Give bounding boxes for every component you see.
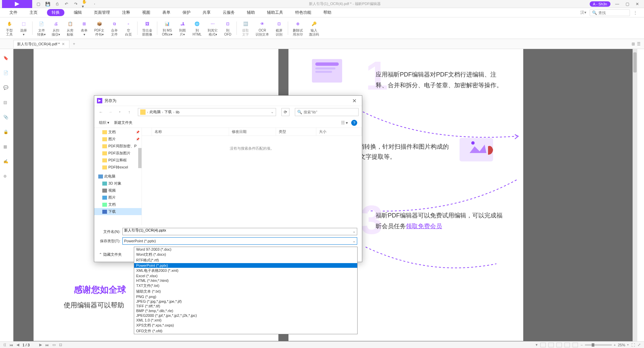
view-continuous-facing-button[interactable] — [565, 343, 570, 347]
security-icon[interactable]: 🔒 — [3, 130, 10, 136]
ribbon-form[interactable]: ⊞表单▾ — [77, 19, 91, 37]
search-box[interactable]: 🔍 — [590, 9, 630, 16]
view-mode-list-icon[interactable]: ☰ — [637, 42, 641, 46]
zoom-in-button[interactable]: + — [614, 343, 616, 347]
ribbon-to-office[interactable]: 📊到 MSOffice▾ — [159, 19, 175, 37]
view-options-button[interactable]: ☷ ▾ — [341, 120, 348, 125]
breadcrumb-dropdown-icon[interactable]: ⌄ — [271, 110, 274, 114]
refresh-button[interactable]: ⟳ — [281, 108, 289, 116]
print-icon[interactable]: ⎙ — [54, 1, 60, 7]
signatures-icon[interactable]: ✍ — [3, 159, 10, 166]
dd-option-bmp[interactable]: BMP (*.bmp,*.dib,*.rle) — [134, 308, 357, 313]
search-input[interactable] — [598, 11, 625, 15]
ribbon-blank[interactable]: ▫空白页 — [122, 19, 135, 37]
menu-protect[interactable]: 保护 — [180, 8, 193, 17]
new-folder-button[interactable]: 新建文件夹 — [114, 120, 132, 125]
col-type[interactable]: 类型 — [276, 128, 316, 136]
menu-help[interactable]: 帮助 — [321, 8, 334, 17]
dd-option-xml2003[interactable]: XML电子表格2003 (*.xml) — [134, 268, 357, 274]
ribbon-from-scanner[interactable]: 🖨从扫描仪▾ — [49, 19, 63, 37]
hand-quick-icon[interactable]: ✋▾ — [82, 1, 89, 7]
qat-customize[interactable]: ⋅ — [91, 1, 98, 7]
vertical-scrollbar[interactable] — [633, 49, 637, 341]
nav-recent-dropdown[interactable]: ▾ — [116, 109, 123, 115]
dd-option-html[interactable]: HTML (*.htm;*.html) — [134, 278, 357, 283]
menu-convert[interactable]: 转换 — [47, 9, 64, 16]
nav-back-button[interactable]: ← — [98, 109, 104, 115]
dd-option-xlsx[interactable]: Excel (*.xlsx) — [134, 274, 357, 278]
col-date[interactable]: 修改日期 — [229, 128, 276, 136]
filetype-dropdown[interactable]: PowerPoint (*.pptx) ⌄ — [122, 237, 357, 245]
zoom-slider[interactable] — [585, 344, 612, 346]
ribbon-select[interactable]: ⬚选择▾ — [17, 19, 30, 37]
ribbon-extract-text[interactable]: 🔤提取文字 — [239, 19, 252, 37]
view-facing-button[interactable] — [556, 343, 562, 347]
more-panels-icon[interactable]: ⊕ — [3, 174, 10, 181]
menu-tools[interactable]: 辅助工具 — [264, 8, 286, 17]
nav-open-panel-icon[interactable]: ⟨⟨ — [3, 343, 6, 347]
dd-option-ofd[interactable]: OFD文件 (*.ofd) — [134, 328, 357, 334]
tab-close-icon[interactable]: ✕ — [62, 42, 66, 46]
tree-item-3d[interactable]: 3D 对象 — [94, 180, 142, 187]
hide-folders-toggle[interactable]: ⌃ 隐藏文件夹 — [99, 252, 122, 257]
undo-icon[interactable]: ↶ — [63, 1, 70, 7]
view-single-page-button[interactable] — [540, 343, 546, 347]
bookmark-icon[interactable]: 🔖 — [3, 56, 10, 62]
dialog-search-input[interactable] — [304, 110, 356, 114]
tree-item-pdf-encrypt[interactable]: PDF局部加密、P — [94, 143, 142, 150]
save-icon[interactable]: 💾 — [44, 1, 51, 7]
filename-dropdown-icon[interactable]: ⌄ — [353, 229, 356, 234]
col-name[interactable]: 名称 — [152, 128, 229, 136]
col-checkbox[interactable] — [142, 128, 152, 136]
dd-option-xps[interactable]: XPS文档 (*.xps,*.oxps) — [134, 322, 357, 328]
tree-item-this-pc[interactable]: 此电脑 — [94, 173, 142, 180]
last-page-button[interactable]: ⏭ — [45, 343, 49, 347]
form-fields-icon[interactable]: ▦ — [3, 144, 10, 151]
free-member-link[interactable]: 领取免费会员 — [406, 223, 442, 230]
menu-cloud[interactable]: 云服务 — [220, 8, 237, 17]
close-button[interactable]: ✕ — [634, 1, 641, 7]
col-size[interactable]: 大小 — [316, 128, 362, 136]
color-dropdown-icon[interactable]: ▾ — [536, 343, 538, 347]
fullscreen-icon[interactable]: ⤢ — [638, 343, 641, 347]
reading-mode-icon[interactable]: ▭ — [52, 343, 56, 347]
menu-assist[interactable]: 辅助 — [244, 8, 258, 17]
nav-forward-button[interactable]: → — [107, 109, 114, 115]
document-tab[interactable]: 新人引导(1)_OCR(4).pdf * ✕ — [13, 40, 69, 48]
tree-item-pdf-addimg[interactable]: PDF添加图片 — [94, 150, 142, 157]
ribbon-ocr[interactable]: 👁OCR识别文本 — [253, 19, 272, 37]
dd-option-tiff[interactable]: TIFF (*.tiff,*.tif) — [134, 304, 357, 308]
tree-item-pdf-comment[interactable]: PDF注释框 — [94, 157, 142, 164]
ribbon-hand-tool[interactable]: ✋手型工具 — [3, 19, 16, 37]
maximize-button[interactable]: ▢ — [624, 1, 631, 7]
dd-option-accessible-txt[interactable]: 辅助文本 (*.txt) — [134, 289, 357, 294]
ribbon-to-html[interactable]: 🌐到HTML — [190, 19, 204, 37]
ribbon-to-ofd[interactable]: ⊡到OFD — [221, 19, 234, 37]
zoom-slider-thumb[interactable] — [592, 343, 594, 347]
breadcrumb-segment[interactable]: 下载 — [164, 109, 172, 114]
reflow-icon[interactable]: ⊡ — [59, 343, 62, 347]
dd-option-pptx[interactable]: PowerPoint (*.pptx) — [134, 263, 357, 268]
dd-option-jpeg[interactable]: JPEG (*.jpg,*.jpeg,*.jpe,*.jif) — [134, 299, 357, 304]
menu-edit[interactable]: 编辑 — [71, 8, 85, 17]
dialog-titlebar[interactable]: 另存为 ✕ — [94, 96, 362, 106]
breadcrumb-segment[interactable]: 此电脑 — [150, 109, 161, 114]
filetype-dropdown-list[interactable]: Word 97-2003 (*.doc) Word文档 (*.docx) RTF… — [134, 247, 358, 334]
folder-tree[interactable]: 文档📌 图片📌 PDF局部加密、P PDF添加图片 PDF注释框 PDF转exc… — [94, 128, 142, 225]
menu-page[interactable]: 页面管理 — [91, 8, 113, 17]
menu-home[interactable]: 主页 — [27, 8, 40, 17]
nav-up-button[interactable]: ↑ — [126, 109, 132, 115]
ribbon-from-clipboard[interactable]: 📋从剪贴板 — [63, 19, 77, 37]
ribbon-merge[interactable]: ⧉合并文件 — [108, 19, 121, 37]
open-icon[interactable]: ▢ — [35, 1, 42, 7]
add-tab-button[interactable]: + — [73, 42, 75, 46]
attachments-icon[interactable]: 📎 — [3, 115, 10, 121]
view-continuous-button[interactable] — [548, 343, 554, 347]
breadcrumb-segment[interactable]: lib — [176, 110, 179, 114]
dd-option-rtf[interactable]: RTF格式(*.rtf) — [134, 257, 357, 263]
tree-item-documents2[interactable]: 文档 — [94, 201, 142, 208]
menu-file[interactable]: 文件 — [7, 8, 20, 17]
zoom-out-button[interactable]: − — [581, 343, 583, 347]
file-list[interactable]: 名称 修改日期 类型 大小 没有与搜索条件匹配的项。 — [142, 128, 362, 225]
ribbon-remove-watermark[interactable]: ⊗删除试用水印 — [290, 19, 306, 37]
